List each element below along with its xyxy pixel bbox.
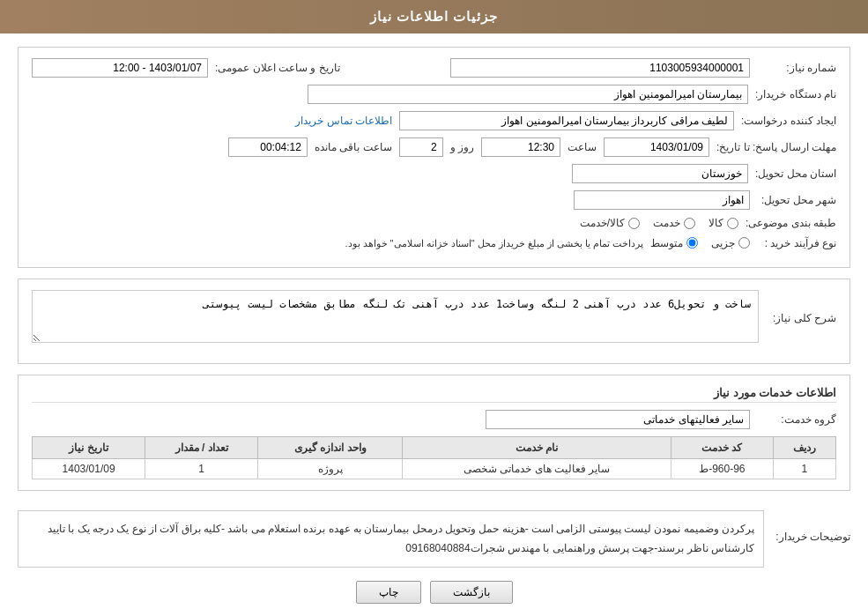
cell-service-code: 960-96-ط — [671, 459, 773, 479]
deadline-days-input — [399, 137, 443, 157]
process-row: نوع فرآیند خرید : جزیی متوسط پرداخت تمام… — [32, 236, 836, 249]
category-row: طبقه بندی موضوعی: کالا خدمت کالا/خدمت — [32, 217, 836, 229]
cell-service-name: سایر فعالیت های خدماتی شخصی — [403, 459, 671, 479]
buyer-org-input — [308, 85, 748, 104]
need-number-label: شماره نیاز: — [757, 62, 836, 74]
print-button[interactable]: چاپ — [356, 581, 421, 604]
cell-unit: پروژه — [258, 459, 403, 479]
buyer-comments-label: توضیحات خریدار: — [771, 527, 850, 543]
date-announce-input — [32, 58, 208, 78]
service-group-label: گروه خدمت: — [757, 413, 836, 426]
col-quantity: تعداد / مقدار — [145, 437, 258, 459]
cell-row-num: 1 — [773, 459, 836, 479]
description-label: شرح کلی نیاز: — [766, 312, 836, 324]
services-section-title: اطلاعات خدمات مورد نیاز — [32, 386, 836, 403]
buttons-row: بازگشت چاپ — [18, 581, 850, 604]
city-row: شهر محل تحویل: — [32, 190, 836, 210]
creator-row: ایجاد کننده درخواست: اطلاعات تماس خریدار — [32, 111, 836, 130]
city-label: شهر محل تحویل: — [757, 194, 836, 206]
date-announce-label: تاریخ و ساعت اعلان عمومی: — [215, 62, 340, 74]
buyer-org-label: نام دستگاه خریدار: — [755, 88, 836, 100]
buyer-org-row: نام دستگاه خریدار: — [32, 85, 836, 104]
contact-link[interactable]: اطلاعات تماس خریدار — [295, 115, 392, 127]
need-number-row: شماره نیاز: تاریخ و ساعت اعلان عمومی: — [32, 58, 836, 78]
category-label: طبقه بندی موضوعی: — [746, 217, 836, 229]
col-service-name: نام خدمت — [403, 437, 671, 459]
col-unit: واحد اندازه گیری — [258, 437, 403, 459]
main-info-section: شماره نیاز: تاریخ و ساعت اعلان عمومی: نا… — [18, 47, 850, 268]
cell-date: 1403/01/09 — [33, 459, 145, 479]
deadline-time-input — [481, 137, 560, 157]
deadline-row: مهلت ارسال پاسخ: تا تاریخ: ساعت روز و سا… — [32, 137, 836, 157]
category-radio-group: کالا خدمت کالا/خدمت — [580, 217, 738, 229]
deadline-label: مهلت ارسال پاسخ: تا تاریخ: — [716, 141, 836, 153]
services-table: ردیف کد خدمت نام خدمت واحد اندازه گیری ت… — [32, 436, 836, 479]
radio-jozvi[interactable]: جزیی — [711, 237, 750, 249]
description-section: شرح کلی نیاز: ساخت و تحویل6 عدد درب آهنی… — [18, 279, 850, 364]
deadline-days-label: روز و — [450, 141, 474, 153]
province-row: استان محل تحویل: — [32, 164, 836, 183]
buyer-comments-box: پرکردن وضمیمه نمودن لیست پیوستی الزامی ا… — [18, 510, 764, 568]
service-group-input — [486, 410, 750, 429]
remain-input — [228, 137, 308, 157]
province-label: استان محل تحویل: — [755, 167, 836, 180]
province-input — [572, 164, 748, 183]
city-input — [574, 190, 750, 210]
services-section: اطلاعات خدمات مورد نیاز گروه خدمت: ردیف … — [18, 375, 850, 491]
deadline-date-input — [604, 137, 709, 157]
buyer-comments-row: توضیحات خریدار: پرکردن وضمیمه نمودن لیست… — [18, 501, 850, 568]
cell-quantity: 1 — [145, 459, 258, 479]
description-textarea[interactable]: ساخت و تحویل6 عدد درب آهنی 2 لنگه وساخت1… — [32, 290, 759, 343]
table-row: 1 960-96-ط سایر فعالیت های خدماتی شخصی پ… — [33, 459, 836, 479]
process-note: پرداخت تمام یا بخشی از مبلغ خریداز محل "… — [345, 238, 643, 249]
need-number-input[interactable] — [450, 58, 750, 78]
back-button[interactable]: بازگشت — [430, 581, 513, 604]
description-row: شرح کلی نیاز: ساخت و تحویل6 عدد درب آهنی… — [32, 290, 836, 345]
radio-kala-khedmat[interactable]: کالا/خدمت — [580, 217, 640, 229]
process-radio-group: جزیی متوسط — [650, 237, 750, 249]
col-date: تاریخ نیاز — [33, 437, 145, 459]
service-group-row: گروه خدمت: — [32, 410, 836, 429]
process-label: نوع فرآیند خرید : — [757, 237, 836, 249]
radio-motevaset[interactable]: متوسط — [650, 237, 698, 249]
page-header: جزئیات اطلاعات نیاز — [0, 0, 868, 33]
remain-label: ساعت باقی مانده — [315, 141, 392, 153]
radio-khedmat[interactable]: خدمت — [653, 217, 695, 229]
page-title: جزئیات اطلاعات نیاز — [370, 9, 498, 24]
deadline-time-label: ساعت — [568, 141, 597, 153]
radio-kala[interactable]: کالا — [708, 217, 738, 229]
col-row-num: ردیف — [773, 437, 836, 459]
col-service-code: کد خدمت — [671, 437, 773, 459]
creator-input — [399, 111, 734, 130]
creator-label: ایجاد کننده درخواست: — [741, 115, 836, 127]
